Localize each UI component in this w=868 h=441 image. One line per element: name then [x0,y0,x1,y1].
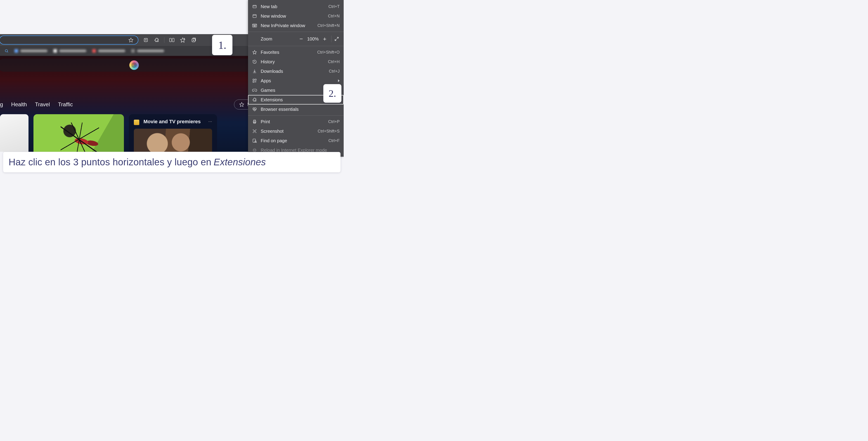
svg-marker-19 [240,102,244,107]
history-icon [252,59,257,64]
menu-shortcut: Ctrl+P [328,119,340,124]
menu-shortcut: Ctrl+T [329,4,340,9]
menu-shortcut: Ctrl+H [328,59,340,64]
svg-line-32 [335,39,336,40]
favorite-item[interactable] [131,49,164,53]
extensions-icon [252,97,257,102]
zoom-out-button[interactable]: − [297,35,306,42]
copilot-icon[interactable] [129,60,139,70]
new-tab-icon [252,4,257,9]
svg-rect-38 [255,79,256,81]
menu-label: New window [261,13,324,19]
instruction-caption: Haz clic en los 3 puntos horizontales y … [3,152,341,172]
card-image [134,129,212,152]
menu-label: Apps [261,78,340,84]
zoom-in-button[interactable]: + [320,35,330,42]
nav-link-traffic[interactable]: Traffic [58,101,73,108]
menu-shortcut: Ctrl+Shift+S [318,129,340,134]
svg-marker-34 [253,51,257,54]
svg-rect-43 [254,120,255,121]
download-icon [252,69,257,74]
svg-line-16 [7,52,8,53]
news-card[interactable] [0,114,29,152]
menu-item-browser-essentials[interactable]: Browser essentials [248,105,344,114]
nav-link[interactable]: g [0,101,3,108]
svg-point-30 [253,26,254,26]
svg-rect-44 [254,122,255,123]
clapperboard-icon [134,120,139,125]
menu-label: Find on page [261,138,325,143]
new-window-icon [252,14,257,18]
menu-shortcut: Ctrl+Shift+O [317,50,340,55]
svg-rect-1 [144,38,148,42]
menu-item-find[interactable]: Find on page Ctrl+F [248,136,344,145]
menu-label: Downloads [261,69,325,74]
games-icon [252,88,257,92]
nav-link-health[interactable]: Health [11,101,27,108]
callout-number: 2. [329,88,336,99]
callout-number: 1. [218,39,226,51]
caption-emphasis: Extensiones [214,157,266,168]
menu-item-downloads[interactable]: Downloads Ctrl+J [248,66,344,76]
svg-rect-45 [254,130,255,132]
favorites-star-plus-icon[interactable] [179,37,186,43]
toolbar-divider [164,37,164,43]
menu-item-history[interactable]: History Ctrl+H [248,57,344,66]
menu-item-new-inprivate[interactable]: New InPrivate window Ctrl+Shift+N [248,21,344,30]
ie-icon [252,148,257,152]
card-title: Movie and TV premieres [143,119,200,124]
svg-line-33 [337,37,338,39]
menu-shortcut: Ctrl+F [329,139,340,143]
menu-item-zoom: Zoom − 100% + [248,33,344,45]
menu-item-favorites[interactable]: Favorites Ctrl+Shift+O [248,48,344,57]
svg-rect-28 [253,24,257,27]
news-card-premieres[interactable]: Movie and TV premieres ··· [129,114,217,152]
inprivate-icon [252,23,257,28]
split-screen-icon[interactable] [168,37,175,43]
settings-and-more-menu: New tab Ctrl+T New window Ctrl+N New InP… [248,0,344,157]
menu-label: Screenshot [261,129,314,134]
menu-separator [248,46,344,46]
favorite-item[interactable] [92,49,125,53]
svg-rect-5 [172,38,174,41]
nav-link-travel[interactable]: Travel [35,101,50,108]
callout-2: 2. [323,84,341,103]
menu-item-new-window[interactable]: New window Ctrl+N [248,11,344,21]
news-card[interactable] [33,114,124,152]
menu-separator [248,32,344,32]
svg-point-31 [255,26,255,26]
collections-icon[interactable] [190,37,197,43]
extensions-icon[interactable] [153,37,160,43]
favorite-item[interactable] [14,49,48,53]
favorite-item[interactable] [53,49,86,53]
svg-line-48 [256,142,257,143]
svg-rect-46 [253,139,256,143]
apps-icon [252,79,257,83]
card-more-icon[interactable]: ··· [208,119,212,124]
address-bar[interactable] [0,35,138,45]
menu-shortcut: Ctrl+N [328,14,340,19]
star-icon [252,50,257,55]
svg-point-15 [5,50,8,52]
svg-rect-24 [253,5,256,8]
bookmark-star-icon[interactable] [127,37,134,43]
heartbeat-icon [252,107,257,112]
menu-label: Print [261,119,324,124]
submenu-arrow-icon [338,79,340,82]
caption-text: Haz clic en los 3 puntos horizontales y … [8,157,211,168]
menu-label: Browser essentials [261,107,340,112]
reader-icon[interactable] [143,37,149,43]
menu-label: Favorites [261,50,314,55]
callout-1: 1. [212,35,232,55]
fullscreen-icon[interactable] [334,36,344,41]
svg-marker-0 [129,38,133,42]
menu-item-screenshot[interactable]: Screenshot Ctrl+Shift+S [248,126,344,136]
find-icon [252,139,257,143]
menu-label: New InPrivate window [261,23,314,28]
svg-rect-26 [253,14,256,18]
menu-label: New tab [261,4,325,9]
menu-shortcut: Ctrl+Shift+N [317,23,340,28]
svg-rect-37 [253,79,254,81]
menu-item-new-tab[interactable]: New tab Ctrl+T [248,2,344,11]
menu-item-print[interactable]: Print Ctrl+P [248,117,344,126]
